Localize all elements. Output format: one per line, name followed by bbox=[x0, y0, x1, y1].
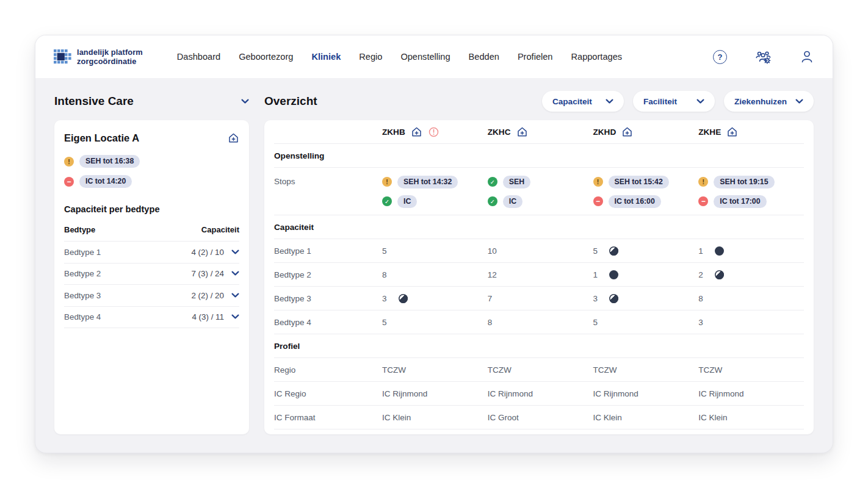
bedtype-label: Bedtype 2 bbox=[64, 269, 101, 278]
overview-table: ZKHBZKHCZKHDZKHEOpenstellingStops!SEH to… bbox=[274, 120, 804, 429]
nav-dashboard[interactable]: Dashboard bbox=[177, 52, 220, 62]
filter-label: Capaciteit bbox=[552, 97, 592, 106]
value-cell: 7 bbox=[488, 294, 593, 303]
stop-badge: −IC tot 17:00 bbox=[698, 193, 804, 210]
hospital-home-icon[interactable] bbox=[621, 126, 633, 138]
filter-capaciteit[interactable]: Capaciteit bbox=[542, 91, 624, 112]
stops-cell: !SEH tot 19:15−IC tot 17:00 bbox=[698, 173, 804, 210]
chevron-down-icon[interactable] bbox=[231, 249, 239, 255]
hospital-home-icon[interactable] bbox=[516, 126, 528, 138]
section-row: Openstelling bbox=[274, 144, 804, 168]
user-management-button[interactable] bbox=[755, 49, 772, 65]
value-cell: 12 bbox=[488, 270, 593, 279]
cell-value: IC Klein bbox=[382, 413, 411, 422]
cell-value: 10 bbox=[488, 246, 497, 256]
hospital-code: ZKHC bbox=[488, 127, 511, 137]
row-label: Bedtype 4 bbox=[274, 318, 382, 327]
filter-ziekenhuizen[interactable]: Ziekenhuizen bbox=[724, 91, 814, 112]
capacity-section-title: Capaciteit per bedtype bbox=[64, 204, 239, 214]
value-cell: TCZW bbox=[382, 365, 488, 375]
cell-value: 8 bbox=[488, 318, 493, 327]
chevron-down-icon[interactable] bbox=[241, 99, 249, 104]
bedtype-label: Bedtype 4 bbox=[64, 312, 101, 321]
bedtype-row[interactable]: Bedtype 14 (2) / 10 bbox=[64, 242, 239, 264]
stops-cell: ✓SEH✓IC bbox=[488, 173, 593, 210]
closed-status-icon: − bbox=[593, 196, 603, 206]
department-title: Intensive Care bbox=[54, 95, 134, 108]
value-cell: 1 bbox=[698, 246, 804, 256]
stops-cell: !SEH tot 15:42−IC tot 16:00 bbox=[593, 173, 699, 210]
section-row: Capaciteit bbox=[274, 215, 804, 239]
bedtype-row[interactable]: Bedtype 27 (3) / 24 bbox=[64, 264, 239, 285]
chevron-down-icon[interactable] bbox=[231, 271, 239, 276]
row-label: Stops bbox=[274, 173, 382, 190]
stop-label: IC bbox=[397, 195, 417, 208]
stop-badge: !SEH tot 16:38 bbox=[64, 155, 239, 168]
filter-label: Faciliteit bbox=[643, 97, 677, 106]
cell-value: 3 bbox=[382, 294, 387, 303]
stops-cell: !SEH tot 14:32✓IC bbox=[382, 173, 488, 210]
stop-label: SEH tot 16:38 bbox=[79, 155, 140, 168]
top-navigation-bar: landelijk platform zorgcoördinatie Dashb… bbox=[35, 35, 833, 78]
hospital-home-icon[interactable] bbox=[228, 132, 239, 144]
capacity-table-header: Bedtype Capaciteit bbox=[64, 225, 239, 242]
bedtype-row[interactable]: Bedtype 32 (2) / 20 bbox=[64, 285, 239, 307]
profile-button[interactable] bbox=[800, 49, 814, 64]
value-cell: 8 bbox=[698, 294, 804, 303]
chevron-down-icon bbox=[696, 99, 704, 104]
value-cell: IC Rijnmond bbox=[698, 389, 804, 398]
value-cell: 10 bbox=[488, 246, 593, 256]
team-gear-icon bbox=[755, 49, 772, 65]
half-circle-icon bbox=[609, 246, 618, 256]
nav-kliniek[interactable]: Kliniek bbox=[311, 52, 341, 62]
help-button[interactable]: ? bbox=[713, 50, 727, 64]
warning-status-icon: ! bbox=[593, 177, 603, 187]
warning-status-icon: ! bbox=[698, 177, 708, 187]
chevron-down-icon[interactable] bbox=[231, 314, 239, 320]
cell-value: IC Rijnmond bbox=[593, 389, 638, 398]
open-status-icon: ✓ bbox=[488, 196, 497, 206]
cell-value: TCZW bbox=[488, 365, 512, 375]
own-location-card: Eigen Locatie A !SEH tot 16:38−IC tot 14… bbox=[54, 120, 249, 434]
closed-status-icon: − bbox=[64, 177, 74, 187]
nav-openstelling[interactable]: Openstelling bbox=[400, 52, 450, 62]
row-label: Bedtype 3 bbox=[274, 294, 382, 303]
stop-badge: ✓IC bbox=[488, 193, 593, 210]
stop-label: SEH tot 14:32 bbox=[397, 176, 458, 188]
cell-value: TCZW bbox=[382, 365, 406, 375]
hospital-home-icon[interactable] bbox=[726, 126, 738, 138]
cell-value: 1 bbox=[593, 270, 598, 279]
nav-regio[interactable]: Regio bbox=[359, 52, 382, 62]
filter-faciliteit[interactable]: Faciliteit bbox=[633, 91, 715, 112]
value-cell: IC Klein bbox=[382, 413, 488, 422]
cell-value: 3 bbox=[698, 318, 703, 327]
nav-profielen[interactable]: Profielen bbox=[518, 52, 553, 62]
page-content: Intensive Care Eigen Locatie A !SEH tot … bbox=[35, 78, 833, 453]
stop-label: IC tot 17:00 bbox=[714, 195, 766, 208]
chevron-down-icon[interactable] bbox=[231, 293, 239, 298]
cell-value: TCZW bbox=[698, 365, 722, 375]
cell-value: 5 bbox=[593, 246, 598, 256]
row-label: Regio bbox=[274, 365, 382, 375]
stop-label: IC tot 16:00 bbox=[609, 195, 661, 208]
nav-geboortezorg[interactable]: Geboortezorg bbox=[239, 52, 293, 62]
nav-rapportages[interactable]: Rapportages bbox=[571, 52, 622, 62]
brand-name: landelijk platform zorgcoördinatie bbox=[77, 48, 143, 66]
page-title: Overzicht bbox=[264, 95, 317, 108]
stop-badge: −IC tot 14:20 bbox=[64, 175, 239, 188]
data-row: IC RegioIC RijnmondIC RijnmondIC Rijnmon… bbox=[274, 382, 804, 406]
stops-row: Stops!SEH tot 14:32✓IC✓SEH✓IC!SEH tot 15… bbox=[274, 168, 804, 215]
value-cell: 3 bbox=[698, 318, 804, 327]
brand: landelijk platform zorgcoördinatie bbox=[54, 48, 143, 66]
bedtype-row[interactable]: Bedtype 44 (3) / 11 bbox=[64, 307, 239, 329]
nav-bedden[interactable]: Bedden bbox=[469, 52, 499, 62]
hospital-home-icon[interactable] bbox=[411, 126, 422, 138]
half-circle-icon bbox=[609, 294, 618, 303]
value-cell: IC Rijnmond bbox=[382, 389, 488, 398]
filter-group: CapaciteitFaciliteitZiekenhuizen bbox=[542, 91, 814, 112]
cell-value: IC Groot bbox=[488, 413, 519, 422]
cell-value: 12 bbox=[488, 270, 497, 279]
data-row: RegioTCZWTCZWTCZWTCZW bbox=[274, 358, 804, 382]
section-title: Capaciteit bbox=[274, 223, 804, 232]
row-label: Bedtype 2 bbox=[274, 270, 382, 279]
